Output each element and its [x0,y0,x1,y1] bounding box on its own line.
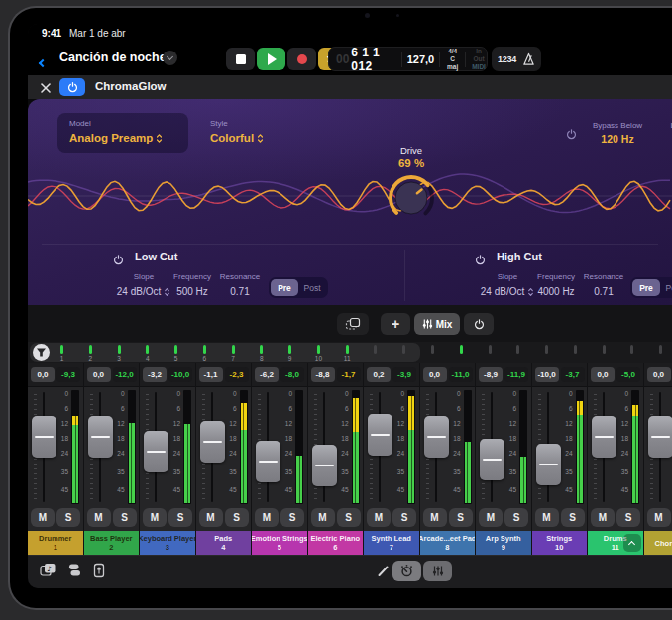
duplicate-button[interactable] [337,313,369,335]
low-cut-resonance[interactable]: Resonance 0.71 [205,272,275,299]
solo-button[interactable]: S [449,508,473,527]
mute-button[interactable]: M [535,508,559,527]
solo-button[interactable]: S [280,508,304,527]
style-select[interactable]: Style Colorful [198,113,297,153]
drive-knob[interactable] [384,170,439,226]
channel-strip-button[interactable] [93,563,105,578]
track-name-chip[interactable]: Emotion Strings 5 [252,531,307,555]
bypass-power-button[interactable] [566,126,577,144]
fader-value[interactable]: -3,2 [143,367,167,382]
mix-button[interactable]: Mix [414,313,460,335]
mixer-power-button[interactable] [464,313,494,335]
solo-button[interactable]: S [168,508,192,527]
solo-button[interactable]: S [113,508,137,527]
solo-button[interactable]: S [225,508,249,527]
track-name-chip[interactable]: Keyboard Player 3 [140,531,195,555]
collapse-button[interactable] [623,534,641,552]
track-mini-meter[interactable] [203,345,206,354]
low-cut-power-button[interactable] [113,252,124,269]
track-mini-meter[interactable] [89,345,92,354]
solo-button[interactable]: S [504,508,528,527]
volume-fader-handle[interactable] [256,441,280,482]
track-mini-meter[interactable] [603,345,606,354]
fader-value[interactable]: -6,2 [255,367,279,382]
high-cut-power-button[interactable] [475,252,486,269]
track-mini-meter[interactable] [489,345,492,354]
filter-button[interactable] [33,344,50,361]
mute-button[interactable]: M [647,508,671,527]
solo-button[interactable]: S [561,508,585,527]
high-cut-pre-button[interactable]: Pre [632,279,660,296]
solo-button[interactable]: S [337,508,361,527]
track-name-chip[interactable]: Arp Synth 9 [476,531,531,555]
mute-button[interactable]: M [591,508,615,527]
stop-button[interactable] [226,48,255,70]
track-name-chip[interactable]: Drummer 1 [28,531,83,555]
level-control[interactable]: Level 0,0 [652,121,672,145]
track-name-chip[interactable]: Chorus V [644,531,672,555]
track-mini-meter[interactable] [659,345,662,354]
fader-value[interactable]: -8,8 [311,367,335,382]
volume-fader-handle[interactable] [200,421,225,463]
play-button[interactable] [257,48,285,70]
mute-button[interactable]: M [143,508,167,527]
track-name-chip[interactable]: Drums 11 [588,531,643,555]
browser-button[interactable]: ♪ [40,563,56,577]
count-in-button[interactable]: 1234 [498,54,516,64]
track-mini-meter[interactable] [516,345,519,354]
fader-value[interactable]: 0,0 [87,367,111,382]
fader-value[interactable]: -10,0 [535,367,559,382]
fader-value[interactable]: 0,0 [647,367,671,382]
track-name-chip[interactable]: Pads 4 [196,531,252,555]
volume-fader-handle[interactable] [424,416,449,458]
track-mini-meter[interactable] [60,345,63,354]
low-cut-post-button[interactable]: Post [298,279,326,296]
controls-view-button[interactable] [392,561,421,581]
track-mini-meter[interactable] [174,345,177,354]
track-name-chip[interactable]: Synth Lead 7 [364,531,419,555]
metronome-icon[interactable] [522,52,535,66]
low-cut-pre-button[interactable]: Pre [271,279,298,296]
track-mini-meter[interactable] [431,345,434,354]
mute-button[interactable]: M [423,508,447,527]
track-mini-meter[interactable] [260,345,263,354]
plugins-button[interactable] [67,563,81,577]
edit-button[interactable] [377,565,390,577]
track-mini-meter[interactable] [288,345,291,354]
fader-value[interactable]: -8,9 [479,367,503,382]
high-cut-resonance[interactable]: Resonance 0.71 [569,272,638,299]
song-menu-button[interactable] [163,51,177,65]
track-mini-meter[interactable] [545,345,548,354]
fader-value[interactable]: 0,0 [591,367,615,382]
volume-fader-handle[interactable] [312,445,337,486]
volume-fader-handle[interactable] [648,416,672,458]
track-mini-meter[interactable] [460,345,463,354]
solo-button[interactable]: S [56,508,80,527]
mute-button[interactable]: M [367,508,391,527]
volume-fader-handle[interactable] [592,416,616,458]
volume-fader-handle[interactable] [144,431,168,472]
fader-value[interactable]: -1,1 [199,367,223,382]
solo-button[interactable]: S [616,508,640,527]
bypass-below-control[interactable]: Bypass Below 120 Hz [585,121,650,145]
track-mini-meter[interactable] [118,345,121,354]
model-select[interactable]: Model Analog Preamp [57,113,188,153]
track-mini-meter[interactable] [232,345,235,354]
track-mini-meter[interactable] [317,345,320,354]
volume-fader-handle[interactable] [536,444,561,485]
record-button[interactable] [287,48,316,70]
fader-value[interactable]: 0,0 [423,367,447,382]
volume-fader-handle[interactable] [368,414,392,456]
lcd-display[interactable]: 00 6 1 1 012 127,0 4/4 C maj In Out MIDI [328,47,488,71]
fader-value[interactable]: 0,2 [367,367,391,382]
fader-value[interactable]: 0,0 [31,367,55,382]
add-button[interactable]: + [381,313,410,335]
mute-button[interactable]: M [87,508,111,527]
track-name-chip[interactable]: Electric Piano 6 [308,531,364,555]
track-name-chip[interactable]: Bass Player 2 [84,531,140,555]
volume-fader-handle[interactable] [88,416,113,458]
mixer-view-button[interactable] [423,561,452,581]
track-mini-meter[interactable] [402,345,405,354]
solo-button[interactable]: S [392,508,416,527]
plugin-power-button[interactable] [59,78,85,96]
